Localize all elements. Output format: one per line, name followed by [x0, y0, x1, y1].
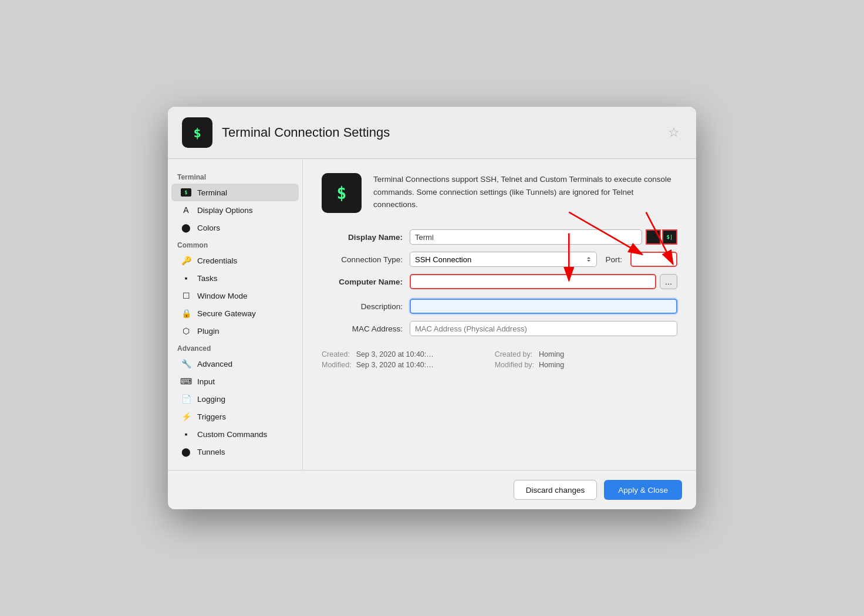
sidebar-item-label: Plugin: [197, 327, 220, 336]
modified-by-label: Modified by:: [495, 361, 539, 369]
sidebar-item-label: Triggers: [197, 412, 226, 421]
custom-commands-icon: ▪: [181, 429, 191, 439]
info-section: $ Terminal Connections support SSH, Teln…: [322, 173, 677, 213]
connection-type-select[interactable]: SSH Connection Telnet Custom Terminal: [410, 252, 597, 267]
advanced-icon: 🔧: [181, 358, 191, 369]
sidebar-item-secure-gateway[interactable]: 🔒 Secure Gateway: [171, 304, 299, 322]
modified-label: Modified:: [322, 361, 356, 369]
triggers-icon: ⚡: [181, 411, 191, 422]
favorite-star-button[interactable]: ☆: [666, 123, 682, 143]
sidebar-item-label: Tunnels: [197, 448, 225, 456]
sidebar-section-common: Common: [168, 236, 302, 252]
sidebar-item-label: Window Mode: [197, 292, 248, 300]
sidebar-section-terminal: Terminal: [168, 168, 302, 184]
logging-icon: 📄: [181, 394, 191, 404]
metadata-section: Created: Sep 3, 2020 at 10:40:… Created …: [322, 350, 677, 369]
input-icon: ⌨: [181, 376, 191, 387]
info-description: Terminal Connections support SSH, Telnet…: [373, 173, 677, 211]
terminal-icon-button[interactable]: $|: [662, 229, 677, 245]
black-square-button[interactable]: [646, 229, 661, 245]
main-content: $ Terminal Connections support SSH, Teln…: [303, 159, 696, 470]
sidebar: Terminal $ Terminal A Display Options ⬤ …: [168, 159, 303, 470]
port-label: Port:: [600, 255, 627, 264]
display-name-field-group: $|: [410, 229, 677, 245]
section-icon: $: [322, 173, 362, 213]
sidebar-item-window-mode[interactable]: ☐ Window Mode: [171, 287, 299, 304]
created-label: Created:: [322, 350, 356, 358]
sidebar-item-label: Credentials: [197, 256, 237, 265]
sidebar-item-custom-commands[interactable]: ▪ Custom Commands: [171, 425, 299, 443]
display-options-icon: A: [181, 205, 191, 215]
plugin-icon: ⬡: [181, 326, 191, 336]
sidebar-item-triggers[interactable]: ⚡ Triggers: [171, 408, 299, 425]
created-value: Sep 3, 2020 at 10:40:…: [356, 350, 495, 358]
terminal-large-icon: $: [337, 184, 347, 203]
sidebar-item-plugin[interactable]: ⬡ Plugin: [171, 322, 299, 340]
credentials-icon: 🔑: [181, 255, 191, 266]
sidebar-item-label: Input: [197, 377, 215, 386]
sidebar-item-label: Tasks: [197, 274, 218, 283]
sidebar-item-label: Terminal: [197, 188, 227, 197]
dialog-window: $ Terminal Connection Settings ☆ Termina…: [168, 107, 696, 509]
display-name-row: Display Name: $|: [322, 229, 677, 245]
sidebar-item-input[interactable]: ⌨ Input: [171, 373, 299, 390]
window-mode-icon: ☐: [181, 290, 191, 301]
sidebar-section-advanced: Advanced: [168, 340, 302, 355]
created-by-label: Created by:: [495, 350, 539, 358]
terminal-dollar-sign: $: [193, 126, 201, 140]
sidebar-item-label: Colors: [197, 224, 220, 232]
sidebar-item-credentials[interactable]: 🔑 Credentials: [171, 252, 299, 269]
dialog-header: $ Terminal Connection Settings ☆: [168, 107, 696, 159]
sidebar-item-label: Custom Commands: [197, 430, 267, 439]
created-by-value: Homing: [539, 350, 677, 358]
sidebar-item-label: Display Options: [197, 206, 253, 215]
description-input[interactable]: [410, 299, 677, 314]
modified-value: Sep 3, 2020 at 10:40:…: [356, 361, 495, 369]
mac-address-label: MAC Address:: [322, 324, 410, 333]
sidebar-item-display-options[interactable]: A Display Options: [171, 201, 299, 219]
sidebar-item-label: Advanced: [197, 360, 232, 368]
description-label: Description:: [322, 302, 410, 311]
display-name-label: Display Name:: [322, 233, 410, 242]
sidebar-item-colors[interactable]: ⬤ Colors: [171, 219, 299, 236]
discard-changes-button[interactable]: Discard changes: [514, 480, 598, 500]
sidebar-item-label: Secure Gateway: [197, 309, 256, 318]
connection-type-label: Connection Type:: [322, 255, 410, 264]
computer-name-label: Computer Name:: [322, 277, 410, 286]
connection-type-field-group: SSH Connection Telnet Custom Terminal Po…: [410, 252, 677, 267]
tunnels-icon: ⬤: [181, 446, 191, 457]
dialog-title: Terminal Connection Settings: [222, 125, 656, 140]
browse-button[interactable]: …: [660, 274, 677, 289]
sidebar-item-advanced[interactable]: 🔧 Advanced: [171, 355, 299, 373]
display-name-input[interactable]: [410, 229, 642, 245]
apply-close-button[interactable]: Apply & Close: [604, 480, 682, 500]
dialog-footer: Discard changes Apply & Close: [168, 470, 696, 509]
computer-name-row: Computer Name: …: [322, 274, 677, 289]
colors-icon: ⬤: [181, 222, 191, 233]
description-row: Description:: [322, 299, 677, 314]
sidebar-item-terminal[interactable]: $ Terminal: [171, 184, 299, 201]
sidebar-item-tunnels[interactable]: ⬤ Tunnels: [171, 443, 299, 461]
computer-name-field-group: …: [410, 274, 677, 289]
sidebar-item-tasks[interactable]: ▪ Tasks: [171, 269, 299, 287]
port-input[interactable]: [630, 252, 677, 267]
computer-name-input[interactable]: [410, 274, 656, 289]
secure-gateway-icon: 🔒: [181, 308, 191, 319]
tasks-icon: ▪: [181, 273, 191, 283]
app-icon: $: [182, 117, 212, 148]
connection-type-row: Connection Type: SSH Connection Telnet C…: [322, 252, 677, 267]
modified-by-value: Homing: [539, 361, 677, 369]
mac-address-row: MAC Address:: [322, 321, 677, 336]
dialog-body: Terminal $ Terminal A Display Options ⬤ …: [168, 159, 696, 470]
description-field-group: [410, 299, 677, 314]
mac-address-input[interactable]: [410, 321, 677, 336]
sidebar-item-logging[interactable]: 📄 Logging: [171, 390, 299, 408]
mac-field-group: [410, 321, 677, 336]
icon-button-group: $|: [646, 229, 677, 245]
terminal-icon: $: [181, 187, 191, 198]
sidebar-item-label: Logging: [197, 395, 225, 404]
